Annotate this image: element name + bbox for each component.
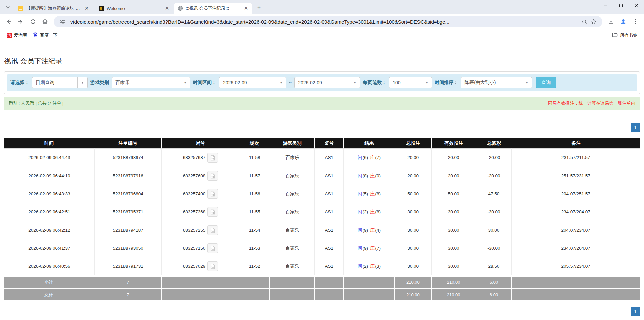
chevron-down-icon[interactable]: ▼: [522, 77, 532, 88]
result-banker: 庄: [370, 263, 375, 269]
col-header-game: 游戏类别: [270, 138, 315, 148]
cell-result: 闲(2)庄(8): [344, 203, 395, 221]
cell-bet-id: 523188794187: [95, 221, 162, 239]
query-button[interactable]: 查询: [536, 77, 556, 88]
site-settings-icon[interactable]: [58, 17, 67, 26]
profile-avatar[interactable]: [618, 16, 629, 27]
date-end-input[interactable]: 2026-02-09 ▼: [294, 77, 360, 88]
cell-table: AS1: [315, 257, 344, 275]
video-replay-button[interactable]: [207, 243, 218, 253]
browser-toolbar: videoie.com/game/betrecord_search/kind3?…: [0, 14, 644, 29]
minimize-button[interactable]: [598, 0, 613, 11]
cell-payout: -30.00: [476, 239, 512, 257]
menu-dots-icon[interactable]: [630, 16, 641, 27]
result-banker: 庄: [370, 155, 375, 161]
bookmark-baidu[interactable]: 百度一下: [30, 30, 60, 40]
tab-welcome[interactable]: Welcome ✕: [95, 3, 174, 14]
chevron-down-icon[interactable]: [3, 2, 13, 12]
cell-game: 百家乐: [270, 167, 315, 185]
video-replay-button[interactable]: [207, 189, 218, 199]
forward-icon[interactable]: [15, 16, 26, 27]
subtotal-row: 小计 7 210.00 210.00 6.00: [4, 277, 640, 288]
result-player: 闲: [358, 227, 362, 233]
chevron-down-icon[interactable]: ▼: [77, 77, 87, 88]
query-type-value: 日期查询: [32, 77, 77, 88]
table-row: 2026-02-09 06:43:33523188796804683257490…: [4, 185, 640, 203]
bookmarks-divider: [606, 33, 606, 38]
time-sort-select[interactable]: 降幂(由大到小) ▼: [461, 77, 532, 88]
baidu-paw-icon: [33, 32, 38, 38]
home-icon[interactable]: [40, 16, 50, 27]
cell-game: 百家乐: [270, 203, 315, 221]
chevron-down-icon[interactable]: ▼: [276, 77, 286, 88]
close-icon[interactable]: ✕: [164, 5, 170, 11]
result-player: 闲: [358, 209, 362, 215]
cell-total-bet: 20.00: [395, 148, 432, 167]
date-start-value: 2026-02-09: [219, 77, 276, 88]
globe-icon: [178, 6, 183, 11]
cell-round: 683257687: [162, 148, 239, 167]
cell-remark: 251.57/231.57: [512, 167, 640, 185]
bookmark-label: 百度一下: [40, 32, 57, 38]
cell-payout: -20.00: [476, 148, 512, 167]
new-tab-button[interactable]: +: [254, 3, 264, 12]
bookmark-aitaobao[interactable]: 淘 爱淘宝: [4, 31, 30, 40]
bookmark-label: 爱淘宝: [14, 32, 27, 38]
page-size-select[interactable]: 100 ▼: [389, 77, 432, 88]
time-sort-value: 降幂(由大到小): [461, 77, 522, 88]
cell-payout: 47.50: [476, 185, 512, 203]
table-row: 2026-02-09 06:40:56523188791731683257029…: [4, 257, 640, 275]
pagination-page-1[interactable]: 1: [631, 123, 640, 132]
table-header-row: 时间 注单编号 局号 场次 游戏类别 桌号 结果 总投注 有效投注 总派彩 备注: [4, 138, 640, 148]
cell-result: 闲(6)庄(7): [344, 148, 395, 167]
table-row: 2026-02-09 06:42:12523188794187683257255…: [4, 221, 640, 239]
reload-icon[interactable]: [28, 16, 38, 27]
cell-round: 683257608: [162, 167, 239, 185]
download-icon[interactable]: [606, 16, 616, 27]
cell-round: 683257150: [162, 239, 239, 257]
close-window-button[interactable]: [629, 0, 644, 11]
cell-payout: -30.00: [476, 203, 512, 221]
chevron-down-icon[interactable]: ▼: [422, 77, 432, 88]
bookmark-star-icon[interactable]: [589, 17, 598, 26]
page-size-label: 每页笔数：: [363, 80, 386, 86]
pagination-page-1[interactable]: 1: [631, 307, 640, 316]
game-type-select[interactable]: 百家乐 ▼: [112, 77, 190, 88]
video-replay-button[interactable]: [207, 171, 218, 181]
window-controls: [598, 0, 644, 11]
subtotal-count: 7: [94, 277, 162, 288]
subtotal-payout: 6.00: [476, 277, 512, 288]
currency-summary-text: 币别 : 人民币 | 总共 :7 注单 |: [9, 100, 64, 106]
tab-forum[interactable]: 【新提醒】海燕策略论坛 - 综合 ✕: [14, 3, 93, 14]
video-replay-button[interactable]: [207, 225, 218, 235]
close-icon[interactable]: ✕: [243, 5, 249, 11]
all-bookmarks-button[interactable]: 所有书签: [609, 31, 640, 40]
cell-result: 闲(5)庄(8): [344, 185, 395, 203]
result-banker: 庄: [370, 191, 375, 197]
cell-remark: 204.07/234.07: [512, 221, 640, 239]
video-replay-button[interactable]: [207, 261, 218, 271]
maximize-button[interactable]: [613, 0, 629, 11]
cell-valid-bet: 30.00: [432, 203, 476, 221]
chevron-down-icon[interactable]: ▼: [350, 77, 360, 88]
warning-text: 同局有效投注，统一计算在该局第一张注单内: [548, 100, 635, 106]
total-label: 总计: [4, 289, 94, 300]
page-size-value: 100: [389, 77, 422, 88]
video-replay-button[interactable]: [207, 207, 218, 217]
forum-favicon-icon: [18, 6, 23, 11]
close-icon[interactable]: ✕: [84, 5, 90, 11]
video-replay-button[interactable]: [207, 153, 218, 163]
query-type-select[interactable]: 日期查询 ▼: [32, 77, 88, 88]
tab-bet-record[interactable]: :::视讯 会员下注纪录::: ✕: [174, 3, 252, 14]
back-icon[interactable]: [3, 16, 14, 27]
result-banker: 庄: [370, 227, 375, 233]
time-range-label: 时间区间：: [193, 80, 216, 86]
date-start-input[interactable]: 2026-02-09 ▼: [219, 77, 286, 88]
address-bar[interactable]: videoie.com/game/betrecord_search/kind3?…: [54, 16, 602, 27]
table-row: 2026-02-09 06:44:10523188797916683257608…: [4, 167, 640, 185]
search-icon[interactable]: [580, 17, 589, 26]
url-text: videoie.com/game/betrecord_search/kind3?…: [70, 19, 580, 25]
chevron-down-icon[interactable]: ▼: [180, 77, 190, 88]
col-header-bet-id: 注单编号: [94, 138, 162, 148]
cell-result: 闲(8)庄(0): [344, 167, 395, 185]
